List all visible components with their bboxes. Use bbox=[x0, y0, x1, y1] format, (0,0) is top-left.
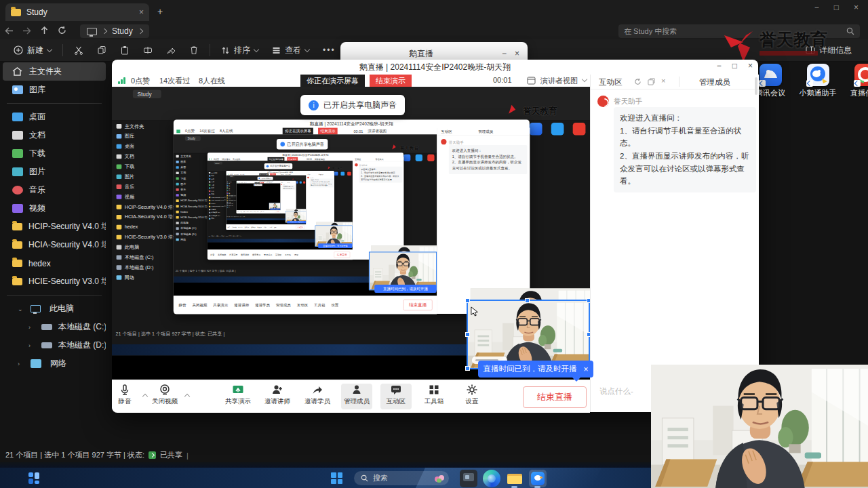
sidebar-item-downloads[interactable]: 下载 bbox=[3, 144, 106, 163]
sidebar-item-folder[interactable]: HCIE-Security V3.0 培训教材-PP bbox=[3, 272, 106, 291]
minimize-icon[interactable]: − bbox=[814, 3, 819, 12]
presenter-camera-overlay[interactable] bbox=[467, 300, 590, 369]
online-count: 8人在线 bbox=[199, 76, 225, 86]
sidebar-item-videos[interactable]: 视频 bbox=[3, 199, 106, 218]
sidebar-item-documents[interactable]: 文档 bbox=[3, 126, 106, 144]
music-icon bbox=[12, 186, 23, 195]
share-button[interactable] bbox=[159, 41, 182, 59]
sidebar-item-network[interactable]: ›网络 bbox=[3, 354, 106, 373]
interaction-zone-button[interactable]: 互动区 bbox=[380, 384, 412, 409]
rename-button[interactable] bbox=[136, 41, 159, 59]
copy-button[interactable] bbox=[90, 41, 113, 59]
nested-desktop-icons bbox=[334, 171, 351, 176]
breadcrumb[interactable]: Study bbox=[80, 24, 149, 38]
mic-options-icon[interactable] bbox=[142, 394, 148, 399]
sidebar-item-music[interactable]: 音乐 bbox=[3, 181, 106, 199]
taskbar-explorer-icon[interactable] bbox=[506, 470, 524, 487]
more-options-icon[interactable]: ••• bbox=[316, 41, 342, 59]
camera-options-icon[interactable] bbox=[184, 394, 190, 399]
toolbox-button[interactable]: 工具箱 bbox=[418, 384, 450, 406]
up-icon[interactable] bbox=[35, 25, 53, 37]
end-presenting-button[interactable]: 结束演示 bbox=[370, 75, 412, 87]
window-controls[interactable]: − □ × bbox=[814, 3, 859, 12]
maximize-icon[interactable]: □ bbox=[834, 3, 839, 12]
close-icon[interactable]: × bbox=[854, 3, 859, 12]
explorer-tab-study[interactable]: Study × bbox=[5, 3, 149, 21]
sidebar-item-drive-d[interactable]: ›本地磁盘 (D:) bbox=[3, 336, 106, 354]
paste-button[interactable] bbox=[113, 41, 136, 59]
expand-icon[interactable]: › bbox=[18, 361, 24, 367]
sort-button[interactable]: 排序 bbox=[214, 41, 265, 59]
taskbar-search[interactable]: 搜索 bbox=[354, 471, 449, 485]
delete-button[interactable] bbox=[182, 41, 205, 59]
screen: Study × + − □ × Study 在 Study 中搜索 新建 bbox=[0, 0, 868, 488]
close-icon[interactable]: × bbox=[748, 61, 753, 70]
shortcut-live-companion[interactable]: 直播伴侣 bbox=[846, 64, 868, 98]
close-icon[interactable]: × bbox=[515, 49, 519, 58]
minimize-icon[interactable]: − bbox=[717, 61, 722, 70]
widgets-icon[interactable] bbox=[28, 472, 40, 484]
start-button[interactable] bbox=[331, 472, 342, 484]
settings-button[interactable]: 设置 bbox=[456, 384, 488, 406]
view-button[interactable]: 查看 bbox=[265, 41, 316, 59]
close-icon[interactable]: × bbox=[583, 365, 588, 374]
brand-name: 誉天教育 bbox=[760, 31, 827, 48]
camera-button[interactable]: 关闭视频 bbox=[149, 384, 180, 406]
resize-handle[interactable] bbox=[587, 298, 590, 303]
taskbar-live-app-icon[interactable] bbox=[529, 470, 547, 487]
tab-interaction[interactable]: 互动区 bbox=[599, 77, 623, 87]
chat-input[interactable]: 说点什么- bbox=[599, 386, 633, 396]
sidebar-item-this-pc[interactable]: ⌄此电脑 bbox=[3, 300, 106, 318]
tab-members[interactable]: 管理成员 bbox=[699, 77, 730, 87]
sidebar-item-home[interactable]: 主文件夹 bbox=[3, 62, 106, 81]
expand-icon[interactable]: › bbox=[28, 342, 35, 349]
taskbar-app-snip-icon[interactable] bbox=[460, 470, 477, 487]
sidebar-item-gallery[interactable]: 图库 bbox=[3, 81, 106, 99]
resize-handle[interactable] bbox=[465, 298, 470, 303]
invite-teacher-button[interactable]: 邀请讲师 bbox=[262, 384, 293, 406]
end-live-button[interactable]: 结束直播 bbox=[523, 386, 587, 408]
refresh-icon[interactable] bbox=[634, 78, 642, 85]
breadcrumb-folder[interactable]: Study bbox=[112, 26, 133, 36]
views-count: 14次看过 bbox=[159, 76, 190, 86]
nested-stage: Study 主文件夹图库桌面文档下载图片音乐视频HCIP-Security V4… bbox=[226, 176, 307, 224]
mute-button[interactable]: 静音 bbox=[109, 384, 140, 406]
live-window-controls[interactable]: − □ × bbox=[717, 61, 753, 70]
shortcut-xiaoetong[interactable]: 小鹅通助手 bbox=[799, 64, 837, 98]
resize-handle[interactable] bbox=[525, 298, 530, 303]
cut-button[interactable] bbox=[67, 41, 90, 59]
forward-icon[interactable] bbox=[18, 25, 35, 37]
new-button[interactable]: 新建 bbox=[7, 41, 58, 59]
expand-icon[interactable]: › bbox=[28, 324, 35, 331]
nested-status-bar: 21 个项目 | 选中 1 个项目 927 字节 | 状态: 已共享 | bbox=[116, 331, 225, 338]
sidebar-item-drive-c[interactable]: ›本地磁盘 (C:) bbox=[3, 318, 106, 336]
refresh-icon[interactable] bbox=[53, 25, 71, 37]
view-mode-select[interactable]: 演讲者视图 bbox=[540, 76, 578, 86]
drive-icon bbox=[41, 324, 52, 330]
back-icon[interactable] bbox=[0, 25, 18, 37]
sidebar-item-folder[interactable]: HCIA-Security V4.0 培训教材 PP bbox=[3, 236, 106, 254]
share-screen-button[interactable]: 共享演示 bbox=[222, 384, 254, 406]
maximize-icon[interactable]: □ bbox=[732, 61, 737, 70]
invite-student-button[interactable]: 邀请学员 bbox=[302, 384, 333, 406]
taskbar-edge-icon[interactable] bbox=[483, 470, 500, 487]
sidebar-item-desktop[interactable]: 桌面 bbox=[3, 108, 106, 126]
nested-brand: 誉天教育 bbox=[523, 106, 557, 117]
manage-members-button[interactable]: 管理成员 bbox=[341, 384, 372, 409]
chevron-down-icon[interactable] bbox=[582, 77, 587, 82]
tab-close-icon[interactable]: × bbox=[139, 7, 144, 17]
sidebar-item-folder[interactable]: hedex bbox=[3, 254, 106, 272]
new-tab-button[interactable]: + bbox=[157, 6, 163, 17]
resize-handle[interactable] bbox=[465, 332, 470, 337]
rename-icon bbox=[143, 45, 153, 55]
sidebar-item-pictures[interactable]: 图片 bbox=[3, 163, 106, 181]
close-panel-icon[interactable]: × bbox=[661, 77, 665, 85]
expand-icon[interactable]: ⌄ bbox=[18, 306, 24, 312]
nested-sidebar: 主文件夹图库桌面文档下载图片音乐视频HCIP-Security V4.0 培训教… bbox=[226, 181, 238, 208]
popout-icon[interactable] bbox=[648, 78, 655, 85]
resize-handle[interactable] bbox=[587, 332, 590, 337]
resize-handle[interactable] bbox=[465, 366, 470, 371]
panel-scrollbar[interactable] bbox=[755, 77, 757, 95]
minimize-icon[interactable]: − bbox=[502, 49, 507, 58]
sidebar-item-folder[interactable]: HCIP-Security V4.0 培训教材-PP bbox=[3, 218, 106, 236]
